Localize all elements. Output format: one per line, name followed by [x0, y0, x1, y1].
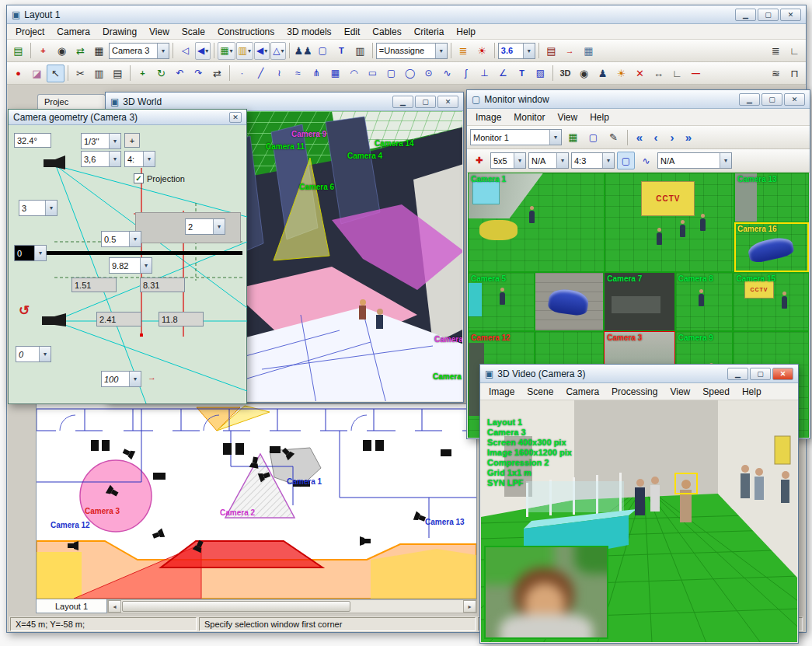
- scrollbar-thumb[interactable]: [122, 601, 350, 612]
- cut-icon[interactable]: ✂: [71, 65, 89, 82]
- stop-icon[interactable]: ●: [9, 65, 27, 82]
- swap-camera-icon[interactable]: ⇄: [71, 42, 89, 60]
- mirror-icon[interactable]: ⇄: [208, 65, 226, 82]
- sensor-format-select[interactable]: 1/3'' ▾: [81, 133, 121, 149]
- focal-length-select[interactable]: 3.6 ▾: [498, 43, 535, 59]
- menu-camera[interactable]: Camera: [51, 25, 96, 39]
- 3d-view-icon[interactable]: 3D: [556, 65, 574, 82]
- layout-tab[interactable]: Layout 1: [36, 599, 107, 613]
- projection-checkbox[interactable]: ✓: [134, 173, 144, 183]
- camera-select[interactable]: Camera 3 ▾: [109, 43, 169, 59]
- pan-angle-select[interactable]: 0 ▾: [16, 346, 51, 362]
- ruler-icon[interactable]: ∟: [668, 65, 686, 82]
- video-maximize-button[interactable]: ▢: [750, 368, 771, 380]
- tools-icon[interactable]: ✚: [470, 152, 488, 169]
- aspect-select[interactable]: 4: ▾: [124, 151, 155, 167]
- video-titlebar[interactable]: ▣ 3D Video (Camera 3) ▁ ▢ ✕: [480, 365, 798, 383]
- perpendicular-tool-icon[interactable]: ⊥: [476, 65, 493, 82]
- scroll-left-icon[interactable]: ◂: [108, 600, 121, 613]
- fov-cone-dropdown[interactable]: ◀ ▾: [195, 42, 211, 60]
- project-panel-tab[interactable]: Projec: [37, 94, 106, 110]
- paste-icon[interactable]: ▤: [109, 65, 127, 82]
- add-lens-button[interactable]: +: [124, 133, 140, 148]
- monitor-cell-parking[interactable]: [535, 272, 605, 331]
- menu-project[interactable]: Project: [10, 25, 50, 39]
- codec-select[interactable]: N/A ▾: [657, 152, 732, 169]
- monitor-menu-help[interactable]: Help: [584, 110, 615, 124]
- monitor-menu-view[interactable]: View: [552, 110, 583, 124]
- signal-wave-icon[interactable]: ∿: [637, 152, 655, 169]
- horizontal-far-field[interactable]: 11.8: [159, 312, 204, 326]
- menu-drawing[interactable]: Drawing: [97, 25, 142, 39]
- table-icon[interactable]: ▦: [580, 42, 598, 60]
- near-distance-select[interactable]: 0.5 ▾: [101, 231, 141, 247]
- color-bars-dropdown[interactable]: ▥ ▾: [236, 42, 253, 60]
- polyline-tool-icon[interactable]: ≀: [270, 65, 288, 82]
- menu-constructions[interactable]: Constructions: [212, 25, 280, 39]
- near-width-field[interactable]: 1.51: [71, 278, 117, 292]
- world-minimize-button[interactable]: ▁: [392, 96, 413, 108]
- video-menu-image[interactable]: Image: [483, 385, 520, 399]
- center-circle-tool-icon[interactable]: ⊙: [420, 65, 437, 82]
- print-icon[interactable]: ▤: [542, 42, 560, 60]
- nav-last-icon[interactable]: »: [681, 131, 695, 144]
- view-mode-dropdown[interactable]: ▦ ▾: [218, 42, 235, 60]
- monitor-cell-cctv[interactable]: CCTV: [605, 173, 734, 272]
- monitor-menu-monitor[interactable]: Monitor: [508, 110, 550, 124]
- lamp-icon[interactable]: ☀: [473, 42, 491, 60]
- menu-help[interactable]: Help: [451, 25, 481, 39]
- grid-layout-icon[interactable]: ▦: [564, 128, 582, 146]
- brightness-icon[interactable]: ☀: [612, 65, 630, 82]
- monitor-cell-camera-7[interactable]: Camera 7: [604, 272, 675, 331]
- monitor-menu-image[interactable]: Image: [470, 110, 507, 124]
- monitor-cell-camera-16[interactable]: Camera 16: [734, 222, 809, 272]
- maximize-button[interactable]: ▢: [758, 9, 779, 21]
- measure-icon[interactable]: ↔: [650, 65, 667, 82]
- hatch-tool-icon[interactable]: ▨: [531, 65, 549, 82]
- percent-select[interactable]: 100 ▾: [101, 371, 141, 387]
- focal-select[interactable]: 3,6 ▾: [81, 151, 121, 167]
- stairs-icon[interactable]: ≣: [767, 42, 785, 60]
- save-icon[interactable]: ▤: [9, 42, 27, 60]
- zoom-inset-view[interactable]: [484, 546, 608, 639]
- fov-cone-icon[interactable]: ◁: [176, 42, 194, 60]
- assign-select[interactable]: =Unassigne ▾: [376, 43, 448, 59]
- fork-tool-icon[interactable]: ⋔: [308, 65, 326, 82]
- select-cursor-icon[interactable]: ↖: [47, 65, 64, 82]
- delete-icon[interactable]: ✕: [631, 65, 649, 82]
- stairs2-icon[interactable]: ≋: [767, 65, 785, 82]
- aspect-ratio-select[interactable]: 4:3 ▾: [571, 152, 615, 169]
- monitor-icon[interactable]: ▢: [314, 42, 332, 60]
- walker-icon[interactable]: ♟: [594, 65, 612, 82]
- monitor-cell-camera-5[interactable]: Camera 5: [468, 272, 535, 331]
- camgeo-close-button[interactable]: ✕: [229, 112, 242, 123]
- wave-tool-icon[interactable]: ∿: [438, 65, 456, 82]
- rectangle-tool-icon[interactable]: ▭: [364, 65, 382, 82]
- zigzag-tool-icon[interactable]: ≈: [289, 65, 307, 82]
- menu-cables[interactable]: Cables: [367, 25, 406, 39]
- cameras-icon[interactable]: ◉: [53, 42, 71, 60]
- arc-tool-icon[interactable]: ◠: [345, 65, 363, 82]
- video-menu-speed[interactable]: Speed: [697, 385, 735, 399]
- copy-icon[interactable]: ▥: [90, 65, 108, 82]
- video-viewport[interactable]: Layout 1 Camera 3 Screen 400x300 pix Ima…: [481, 400, 797, 642]
- menu-criteria[interactable]: Criteria: [409, 25, 450, 39]
- spline-tool-icon[interactable]: ʃ: [457, 65, 475, 82]
- install-height-select[interactable]: 3 ▾: [19, 200, 58, 216]
- rotate-icon[interactable]: ↻: [152, 65, 170, 82]
- text2-tool-icon[interactable]: T: [513, 65, 531, 82]
- eraser-icon[interactable]: ◪: [28, 65, 46, 82]
- video-minimize-button[interactable]: ▁: [727, 368, 748, 380]
- resolution-select[interactable]: N/A ▾: [528, 152, 569, 169]
- floor-plan-canvas[interactable]: Camera 1 Camera 3 Camera 2 Camera 12 Cam…: [36, 403, 477, 599]
- level-icon[interactable]: ∟: [786, 42, 803, 60]
- angle-tool-icon[interactable]: ∠: [494, 65, 512, 82]
- monitor-minimize-button[interactable]: ▁: [739, 93, 760, 106]
- circle-tool-icon[interactable]: ◯: [401, 65, 419, 82]
- layout-grid-icon[interactable]: ▦: [90, 42, 108, 60]
- view-angle-field[interactable]: 32.4°: [14, 133, 51, 148]
- screen-icon[interactable]: ▢: [584, 128, 602, 146]
- video-menu-scene[interactable]: Scene: [521, 385, 559, 399]
- projection-dropdown[interactable]: △ ▾: [270, 42, 286, 60]
- camgeo-titlebar[interactable]: Camera geometry (Camera 3) ✕: [9, 110, 246, 125]
